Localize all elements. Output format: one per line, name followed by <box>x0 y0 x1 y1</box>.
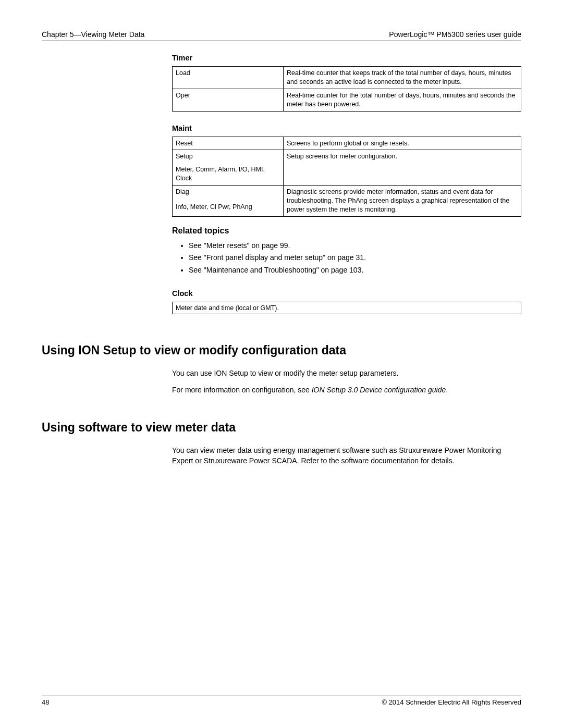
footer-copyright: © 2014 Schneider Electric All Rights Res… <box>382 698 521 706</box>
clock-table: Meter date and time (local or GMT). <box>172 302 521 314</box>
maint-reset-label: Reset <box>173 137 284 150</box>
clock-title: Clock <box>172 289 521 298</box>
ion-p2-pre: For more information on configuration, s… <box>172 386 312 394</box>
table-row: Diag Diagnostic screens provide meter in… <box>173 186 521 201</box>
maint-title: Maint <box>172 124 521 132</box>
ion-setup-body: You can use ION Setup to view or modify … <box>172 368 521 396</box>
running-footer: 48 © 2014 Schneider Electric All Rights … <box>42 696 521 706</box>
maint-reset-desc: Screens to perform global or single rese… <box>284 137 521 150</box>
maint-diag-desc: Diagnostic screens provide meter informa… <box>284 186 521 217</box>
table-row: Reset Screens to perform global or singl… <box>173 137 521 150</box>
software-body: You can view meter data using energy man… <box>172 445 521 466</box>
maint-setup-sub: Meter, Comm, Alarm, I/O, HMI, Clock <box>173 163 284 185</box>
table-row: Setup Setup screens for meter configurat… <box>173 150 521 163</box>
software-p1: You can view meter data using energy man… <box>172 445 521 466</box>
timer-load-desc: Real-time counter that keeps track of th… <box>284 67 521 89</box>
timer-title: Timer <box>172 54 521 62</box>
related-topics-heading: Related topics <box>172 226 521 236</box>
maint-table: Reset Screens to perform global or singl… <box>172 137 521 217</box>
header-right: PowerLogic™ PM5300 series user guide <box>389 30 521 39</box>
body-indent-block: Timer Load Real-time counter that keeps … <box>172 54 521 314</box>
maint-diag-label: Diag <box>173 186 284 201</box>
maint-diag-sub: Info, Meter, Cl Pwr, PhAng <box>173 201 284 216</box>
timer-load-label: Load <box>173 67 284 89</box>
ion-p2: For more information on configuration, s… <box>172 385 521 395</box>
maint-setup-label: Setup <box>173 150 284 163</box>
clock-text: Meter date and time (local or GMT). <box>173 302 521 314</box>
ion-p2-italic: ION Setup 3.0 Device configuration guide <box>312 386 446 394</box>
maint-setup-desc: Setup screens for meter configuration. <box>284 150 521 186</box>
running-header: Chapter 5—Viewing Meter Data PowerLogic™… <box>42 30 521 41</box>
software-heading: Using software to view meter data <box>42 421 521 435</box>
header-left: Chapter 5—Viewing Meter Data <box>42 30 144 39</box>
timer-oper-desc: Real-time counter for the total number o… <box>284 89 521 111</box>
ion-setup-heading: Using ION Setup to view or modify config… <box>42 343 521 357</box>
list-item: See "Meter resets" on page 99. <box>189 240 521 252</box>
table-row: Oper Real-time counter for the total num… <box>173 89 521 111</box>
list-item: See "Front panel display and meter setup… <box>189 252 521 264</box>
table-row: Meter date and time (local or GMT). <box>173 302 521 314</box>
list-item: See "Maintenance and Troubleshooting" on… <box>189 264 521 277</box>
page: Chapter 5—Viewing Meter Data PowerLogic™… <box>0 0 563 728</box>
ion-p1: You can use ION Setup to view or modify … <box>172 368 521 378</box>
timer-table: Load Real-time counter that keeps track … <box>172 66 521 112</box>
footer-page-number: 48 <box>42 698 49 706</box>
ion-p2-post: . <box>446 386 448 394</box>
table-row: Load Real-time counter that keeps track … <box>173 67 521 89</box>
related-topics-list: See "Meter resets" on page 99. See "Fron… <box>172 240 521 277</box>
timer-oper-label: Oper <box>173 89 284 111</box>
